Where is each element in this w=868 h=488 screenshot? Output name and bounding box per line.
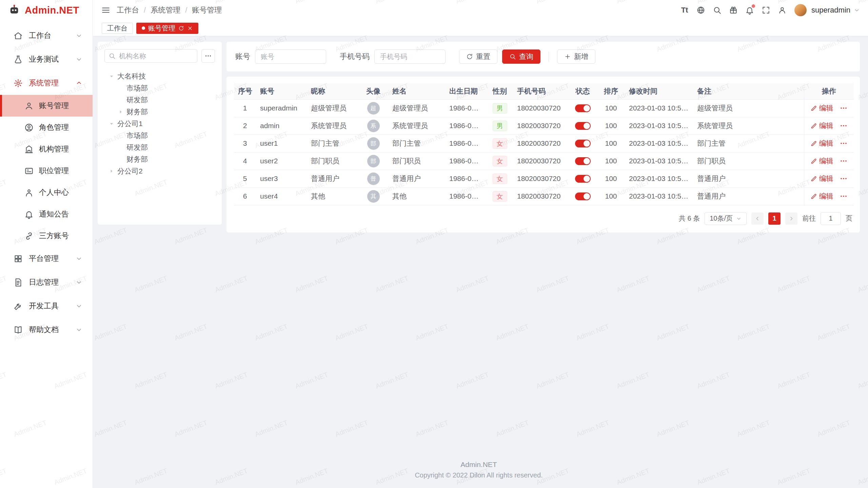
- content: 大名科技市场部研发部财务部分公司1市场部研发部财务部分公司2 账号 手机号码 重…: [93, 36, 868, 488]
- org-panel: 大名科技市场部研发部财务部分公司1市场部研发部财务部分公司2: [98, 42, 222, 225]
- tree-node[interactable]: 分公司2: [104, 165, 215, 177]
- tab-account-management[interactable]: 账号管理: [136, 23, 198, 34]
- ops-cell: 编辑: [804, 99, 854, 117]
- breadcrumb-item-system[interactable]: 系统管理: [151, 5, 192, 15]
- remark-cell: 超级管理员: [693, 99, 804, 117]
- username[interactable]: superadmin: [811, 6, 850, 15]
- column-header: 序号: [234, 83, 256, 99]
- index-cell: 3: [234, 135, 256, 152]
- notifications-button[interactable]: [742, 3, 757, 18]
- hamburger-menu-icon[interactable]: [98, 3, 113, 18]
- edit-button[interactable]: 编辑: [810, 191, 833, 201]
- user-avatar[interactable]: [794, 4, 807, 16]
- gender-badge: 女: [493, 174, 507, 184]
- logo[interactable]: Admin.NET: [0, 0, 93, 20]
- sidebar-item-dev-tools[interactable]: 开发工具: [0, 294, 93, 318]
- row-more-button[interactable]: [840, 122, 848, 130]
- global-search-button[interactable]: [710, 3, 725, 18]
- caret-icon[interactable]: [108, 168, 115, 174]
- breadcrumb-item-workbench[interactable]: 工作台: [117, 5, 151, 15]
- status-toggle[interactable]: [575, 104, 591, 112]
- active-tab-dot: [142, 26, 145, 30]
- status-toggle[interactable]: [575, 175, 591, 183]
- language-button[interactable]: [693, 3, 708, 18]
- font-size-button[interactable]: Tt: [677, 3, 692, 18]
- status-toggle[interactable]: [575, 122, 591, 130]
- gender-badge: 男: [493, 121, 507, 131]
- tree-node[interactable]: 市场部: [104, 82, 215, 94]
- status-toggle[interactable]: [575, 157, 591, 165]
- caret-icon[interactable]: [108, 121, 115, 127]
- sidebar-item-organization-management[interactable]: 机构管理: [0, 138, 93, 160]
- edit-button[interactable]: 编辑: [810, 174, 833, 183]
- sidebar-item-platform-management[interactable]: 平台管理: [0, 247, 93, 270]
- caret-icon[interactable]: [117, 109, 124, 115]
- status-toggle[interactable]: [575, 192, 591, 200]
- tab-label: 工作台: [107, 24, 127, 33]
- reset-button[interactable]: 重置: [459, 49, 497, 64]
- account-input[interactable]: [255, 49, 326, 64]
- sidebar-item-label: 开发工具: [29, 301, 59, 311]
- sidebar-item-business-test[interactable]: 业务测试: [0, 47, 93, 71]
- caret-icon[interactable]: [108, 73, 115, 79]
- tree-node[interactable]: 财务部: [104, 106, 215, 118]
- edit-button[interactable]: 编辑: [810, 156, 833, 166]
- ops-cell: 编辑: [804, 135, 854, 152]
- prev-page-button[interactable]: [751, 212, 764, 225]
- fullscreen-button[interactable]: [758, 3, 773, 18]
- tree-node[interactable]: 分公司1: [104, 118, 215, 129]
- query-button[interactable]: 查询: [502, 49, 540, 64]
- edit-button[interactable]: 编辑: [810, 139, 833, 148]
- org-search-row: [104, 49, 215, 63]
- account-label: 账号: [235, 52, 250, 62]
- row-more-button[interactable]: [840, 104, 848, 112]
- tab-workbench[interactable]: 工作台: [102, 23, 133, 34]
- org-more-button[interactable]: [201, 49, 215, 63]
- sidebar-item-workbench[interactable]: 工作台: [0, 24, 93, 47]
- tab-close-icon[interactable]: [187, 25, 193, 31]
- row-more-button[interactable]: [840, 139, 848, 147]
- name-cell: 其他: [388, 187, 445, 205]
- sidebar-item-log-management[interactable]: 日志管理: [0, 270, 93, 294]
- add-button[interactable]: 新增: [557, 49, 595, 64]
- sidebar-item-personal-center[interactable]: 个人中心: [0, 182, 93, 203]
- footer-title: Admin.NET: [98, 461, 860, 469]
- next-page-button[interactable]: [785, 212, 797, 225]
- modified-cell: 2023-01-03 10:59:44: [625, 135, 693, 152]
- row-avatar: 超: [367, 102, 380, 115]
- phone-cell: 18020030720: [513, 152, 568, 170]
- topbar-actions: Tt superadmin: [677, 3, 860, 18]
- chevron-up-icon: [76, 80, 82, 86]
- tree-node[interactable]: 财务部: [104, 153, 215, 165]
- sidebar-item-position-management[interactable]: 职位管理: [0, 160, 93, 182]
- sidebar-item-notice-announcement[interactable]: 通知公告: [0, 203, 93, 225]
- tree-node[interactable]: 研发部: [104, 141, 215, 153]
- tree-node[interactable]: 研发部: [104, 94, 215, 106]
- sidebar-item-help-docs[interactable]: 帮助文档: [0, 318, 93, 342]
- tree-node[interactable]: 市场部: [104, 129, 215, 141]
- org-search-input[interactable]: [104, 49, 197, 63]
- phone-input[interactable]: [374, 49, 446, 64]
- page-size-select[interactable]: 10条/页: [705, 212, 747, 225]
- theme-button[interactable]: [726, 3, 741, 18]
- status-toggle[interactable]: [575, 140, 591, 147]
- page-1-button[interactable]: 1: [768, 212, 781, 225]
- row-more-button[interactable]: [840, 175, 848, 183]
- row-more-button[interactable]: [840, 157, 848, 165]
- sidebar-item-third-party-account[interactable]: 三方账号: [0, 225, 93, 247]
- sidebar-item-system-management[interactable]: 系统管理: [0, 71, 93, 95]
- content-top: 大名科技市场部研发部财务部分公司1市场部研发部财务部分公司2 账号 手机号码 重…: [98, 42, 860, 232]
- remark-cell: 普通用户: [693, 170, 804, 187]
- chevron-left-icon: [754, 216, 761, 222]
- user-center-button[interactable]: [775, 3, 790, 18]
- sidebar-item-account-management[interactable]: 账号管理: [0, 95, 93, 117]
- tab-refresh-icon[interactable]: [178, 25, 184, 31]
- edit-button[interactable]: 编辑: [810, 103, 833, 113]
- column-header: 状态: [568, 83, 597, 99]
- tree-node[interactable]: 大名科技: [104, 70, 215, 82]
- row-more-button[interactable]: [840, 192, 848, 200]
- goto-page-input[interactable]: [821, 212, 841, 225]
- edit-button[interactable]: 编辑: [810, 121, 833, 130]
- chevron-down-icon[interactable]: [854, 7, 860, 13]
- sidebar-item-role-management[interactable]: 角色管理: [0, 117, 93, 138]
